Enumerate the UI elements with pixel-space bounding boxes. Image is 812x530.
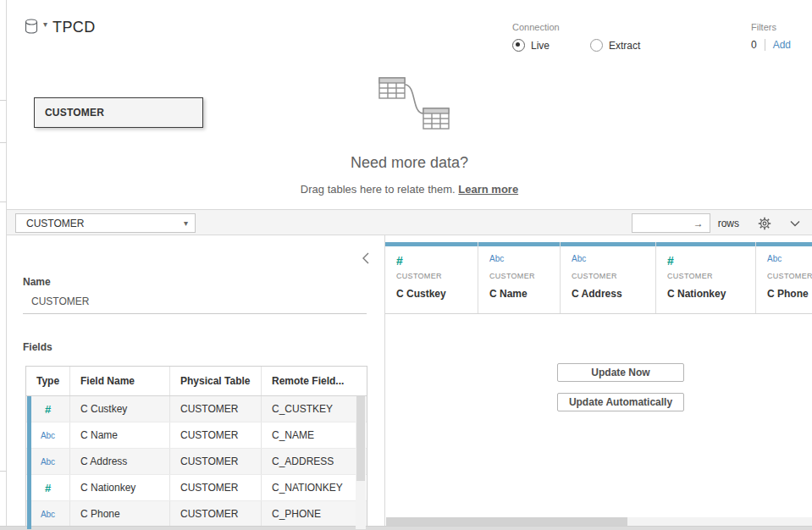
filters-label: Filters [751, 22, 791, 32]
remote-field-cell: C_NAME [262, 422, 356, 448]
live-radio-label[interactable]: Live [531, 40, 550, 52]
number-type-icon: # [45, 403, 51, 416]
rows-count-input[interactable]: → [632, 213, 710, 233]
field-name-cell: C Name [70, 422, 170, 448]
divider [765, 39, 765, 51]
column-field-label: C Phone [767, 288, 812, 300]
column-table-label: CUSTOMER [667, 272, 745, 280]
collapsed-left-pane[interactable] [0, 0, 7, 530]
empty-state-title: Need more data? [7, 154, 812, 172]
grid-column-c-phone[interactable]: Abc CUSTOMER C Phone [756, 242, 812, 313]
physical-table-cell: CUSTOMER [170, 501, 262, 527]
input-underline [23, 313, 367, 314]
chevron-down-icon: ▾ [184, 218, 188, 228]
string-type-icon: Abc [572, 254, 645, 266]
fields-table-header: Type Field Name Physical Table Remote Fi… [26, 367, 367, 396]
customer-table-node[interactable]: CUSTOMER [34, 97, 203, 128]
grid-column-c-nationkey[interactable]: # CUSTOMER C Nationkey [656, 242, 756, 313]
column-field-label: C Name [489, 288, 550, 300]
column-table-label: CUSTOMER [767, 272, 812, 280]
filters-block: Filters 0 Add [751, 22, 791, 51]
column-header-field-name[interactable]: Field Name [70, 367, 170, 395]
field-name-cell: C Custkey [70, 396, 170, 422]
grid-column-c-address[interactable]: Abc CUSTOMER C Address [561, 242, 656, 313]
column-table-label: CUSTOMER [572, 272, 645, 280]
string-type-icon: Abc [767, 254, 812, 266]
physical-table-cell: CUSTOMER [170, 396, 262, 422]
datasource-canvas: ▾ TPCD Connection Live Extract Filters 0… [7, 0, 812, 210]
column-header-type[interactable]: Type [26, 367, 70, 395]
table-node-label: CUSTOMER [45, 107, 104, 119]
table-selector-value: CUSTOMER [26, 218, 84, 229]
remote-field-cell: C_PHONE [262, 501, 356, 527]
column-header-remote-field[interactable]: Remote Field... [262, 367, 356, 395]
rows-controls: → rows [632, 213, 804, 233]
table-row[interactable]: Abc C Name CUSTOMER C_NAME [26, 422, 367, 449]
datasource-menu[interactable]: ▾ [24, 18, 47, 36]
field-name-cell: C Phone [70, 501, 170, 527]
table-row[interactable]: Abc C Address CUSTOMER C_ADDRESS [26, 449, 367, 475]
table-row[interactable]: # C Custkey CUSTOMER C_CUSTKEY [26, 396, 367, 422]
column-table-label: CUSTOMER [489, 272, 550, 280]
database-icon [24, 18, 41, 36]
relate-tables-icon [378, 76, 462, 135]
selected-rows-accent-bar [27, 396, 31, 529]
column-field-label: C Address [572, 288, 645, 300]
number-type-icon: # [45, 482, 51, 494]
scrollbar-thumb[interactable] [386, 517, 627, 526]
empty-state-subtitle: Drag tables here to relate them. Learn m… [7, 183, 812, 196]
grid-column-c-name[interactable]: Abc CUSTOMER C Name [478, 242, 561, 313]
table-name-input[interactable]: CUSTOMER [31, 295, 89, 307]
fields-label: Fields [23, 341, 52, 353]
pane-tick [0, 142, 7, 143]
physical-table-cell: CUSTOMER [170, 475, 262, 500]
update-automatically-button[interactable]: Update Automatically [557, 393, 684, 411]
connection-block: Connection Live Extract [512, 22, 681, 52]
bottom-scroll-track [0, 526, 812, 530]
table-details-region: Name CUSTOMER Fields Type Field Name Phy… [7, 235, 812, 530]
table-selector-dropdown[interactable]: CUSTOMER ▾ [15, 213, 196, 233]
string-type-icon: Abc [41, 431, 55, 440]
rows-unit-label: rows [718, 218, 739, 229]
number-type-icon: # [667, 254, 745, 266]
add-filter-button[interactable]: Add [773, 39, 791, 51]
scrollbar-thumb[interactable] [356, 396, 365, 481]
remote-field-cell: C_CUSTKEY [262, 396, 356, 422]
column-header-physical-table[interactable]: Physical Table [170, 367, 262, 395]
remote-field-cell: C_ADDRESS [262, 449, 356, 474]
chevron-down-icon: ▾ [43, 19, 47, 29]
extract-radio[interactable] [590, 39, 603, 52]
page-title: TPCD [52, 19, 96, 36]
field-name-cell: C Address [70, 449, 170, 474]
pane-tick [0, 202, 7, 202]
fields-table-scrollbar[interactable] [356, 396, 366, 529]
arrow-right-icon: → [693, 218, 704, 229]
number-type-icon: # [396, 254, 467, 266]
column-field-label: C Nationkey [667, 288, 745, 300]
extract-radio-label[interactable]: Extract [609, 40, 640, 52]
update-now-button[interactable]: Update Now [557, 363, 684, 382]
filters-count: 0 [751, 39, 757, 51]
collapse-panel-icon[interactable] [360, 250, 372, 267]
gear-icon[interactable] [758, 217, 771, 230]
string-type-icon: Abc [489, 254, 550, 266]
tableau-datasource-page: ▾ TPCD Connection Live Extract Filters 0… [0, 0, 812, 530]
name-label: Name [23, 276, 51, 288]
table-metadata-panel: Name CUSTOMER Fields Type Field Name Phy… [7, 235, 385, 530]
physical-table-cell: CUSTOMER [170, 449, 262, 474]
connection-label: Connection [512, 22, 681, 32]
pane-tick [0, 100, 7, 101]
remote-field-cell: C_NATIONKEY [262, 475, 356, 500]
table-row[interactable]: # C Nationkey CUSTOMER C_NATIONKEY [26, 475, 367, 501]
learn-more-link[interactable]: Learn more [458, 183, 518, 196]
table-row[interactable]: Abc C Phone CUSTOMER C_PHONE [26, 501, 367, 527]
string-type-icon: Abc [41, 510, 55, 519]
chevron-down-icon[interactable] [790, 220, 800, 227]
live-radio[interactable] [512, 39, 525, 52]
column-table-label: CUSTOMER [396, 272, 467, 280]
pane-tick [0, 471, 7, 472]
grid-column-c-custkey[interactable]: # CUSTOMER C Custkey [385, 242, 478, 313]
string-type-icon: Abc [41, 457, 55, 467]
grid-horizontal-scrollbar[interactable] [386, 517, 812, 526]
table-toolbar: CUSTOMER ▾ → rows [7, 210, 812, 235]
